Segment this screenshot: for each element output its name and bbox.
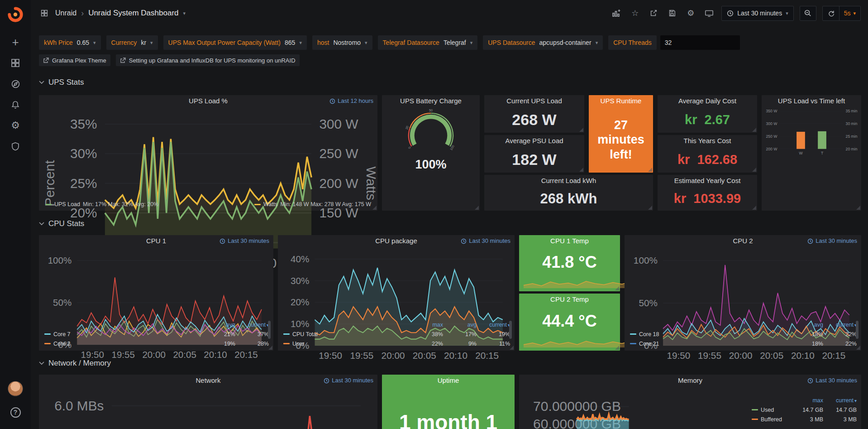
clock-icon xyxy=(461,238,467,244)
panel-time-override: Last 12 hours xyxy=(329,95,373,107)
network-chart[interactable]: 6.0 MBs4.0 MBs2.0 MBs0 MBs19:5019:5520:0… xyxy=(40,386,377,429)
panel-title: Memory xyxy=(678,376,702,384)
stat-value: 27 minutes left! xyxy=(589,107,653,173)
svg-text:300 W: 300 W xyxy=(320,116,358,131)
panel-resize-handle[interactable] xyxy=(648,168,652,172)
legend-row[interactable]: Buffered3 MB3 MB xyxy=(752,415,857,424)
legend-scrollbar[interactable] xyxy=(509,321,512,339)
legend-item[interactable]: WattsMin: 148 W Max: 278 W Avg: 175 W xyxy=(254,201,371,207)
dashboards-grid-icon[interactable] xyxy=(5,53,26,73)
legend: maxcurrent▾ Used14.7 GB14.7 GB Buffered3… xyxy=(752,395,857,424)
svg-text:250 W: 250 W xyxy=(766,134,777,139)
svg-text:200 W: 200 W xyxy=(320,176,358,191)
panel-resize-handle[interactable] xyxy=(752,168,756,172)
panel-memory: Memory Last 30 minutes 70.000000 GB60.00… xyxy=(519,375,861,429)
svg-text:19:55: 19:55 xyxy=(111,349,134,360)
legend-scrollbar[interactable] xyxy=(856,321,858,339)
panel-resize-handle[interactable] xyxy=(268,346,272,350)
svg-text:30%: 30% xyxy=(70,146,97,161)
battery-gauge[interactable]: 02050100 xyxy=(386,109,475,153)
main-area: Unraid › Unraid System Dashboard ▾ ☆ ⚙ xyxy=(31,0,868,429)
panel-title: UPS Battery Charge xyxy=(400,97,462,105)
panel-resize-handle[interactable] xyxy=(856,206,860,210)
clock-icon xyxy=(807,378,813,384)
svg-text:20:10: 20:10 xyxy=(204,349,227,360)
panel-resize-handle[interactable] xyxy=(510,346,514,350)
legend-scrollbar[interactable] xyxy=(268,321,271,339)
svg-text:70.000000 GB: 70.000000 GB xyxy=(533,399,621,414)
svg-text:100%: 100% xyxy=(48,255,72,265)
svg-text:20:00: 20:00 xyxy=(142,349,165,360)
panel-ups-load: UPS Load % Last 12 hours 35%30%25%20%15%… xyxy=(39,95,377,211)
legend-row[interactable]: Core 2118%22% xyxy=(630,339,857,348)
svg-text:19:55: 19:55 xyxy=(350,350,373,361)
svg-text:50: 50 xyxy=(429,109,433,112)
panel-cpu1: CPU 1 Last 30 minutes 100%50%0%19:5019:5… xyxy=(39,235,273,351)
stat-value: kr 162.68 xyxy=(658,147,757,173)
legend-row[interactable]: Core 1818%22% xyxy=(630,329,857,339)
svg-text:Percent: Percent xyxy=(42,160,57,207)
help-icon[interactable]: ? xyxy=(5,402,26,423)
panel-ups-load-vs-time-left: UPS Load vs Time left 350 W300 W250 W200… xyxy=(762,95,861,211)
panel-title: Average Daily Cost xyxy=(678,97,736,105)
svg-text:20: 20 xyxy=(405,125,410,130)
panel-current-load-kwh: Current Load kWh 268 kWh xyxy=(484,175,653,211)
ups-load-vs-time-chart[interactable]: 350 W300 W250 W200 W35 min30 min25 min20… xyxy=(763,108,860,157)
create-plus-icon[interactable]: + xyxy=(5,32,26,53)
panel-resize-handle[interactable] xyxy=(752,128,756,132)
legend-row[interactable]: Core 219%28% xyxy=(44,339,269,348)
legend-row[interactable]: CPU Total38%17%19% xyxy=(283,329,510,339)
panel-resize-handle[interactable] xyxy=(856,346,860,350)
panel-title: UPS Runtime xyxy=(601,97,642,105)
alerting-bell-icon[interactable] xyxy=(5,94,26,115)
panel-title: This Years Cost xyxy=(683,137,731,145)
svg-text:19:50: 19:50 xyxy=(667,350,690,361)
panel-title: Average PSU Load xyxy=(505,137,563,145)
legend-item[interactable]: UPS LoadMin: 17% Max: 32% Avg: 20% xyxy=(45,201,158,207)
clock-icon xyxy=(219,238,225,244)
svg-text:20:10: 20:10 xyxy=(444,350,467,361)
section-cpu-stats[interactable]: CPU Stats xyxy=(39,219,84,228)
panel-resize-handle[interactable] xyxy=(579,168,583,172)
panel-title: Network xyxy=(196,376,220,384)
configuration-gear-icon[interactable]: ⚙ xyxy=(5,115,26,136)
grafana-flame-icon xyxy=(7,6,24,23)
svg-text:250 W: 250 W xyxy=(320,146,358,161)
panel-title: CPU 1 xyxy=(146,237,166,245)
svg-text:35 min: 35 min xyxy=(846,109,858,113)
legend: avgcurrent▾ Core 721%37% Core 219%28% xyxy=(44,320,269,348)
legend-row[interactable]: User22%9%11% xyxy=(283,339,510,348)
svg-text:35%: 35% xyxy=(70,116,97,131)
section-ups-stats[interactable]: UPS Stats xyxy=(39,78,84,87)
svg-text:19:55: 19:55 xyxy=(698,350,721,361)
grafana-logo[interactable] xyxy=(5,4,26,25)
svg-text:350 W: 350 W xyxy=(766,109,777,113)
panel-resize-handle[interactable] xyxy=(579,128,583,132)
panel-title: Current Load kWh xyxy=(541,177,596,184)
panel-resize-handle[interactable] xyxy=(475,206,479,210)
user-avatar[interactable] xyxy=(8,381,23,396)
svg-text:30 min: 30 min xyxy=(846,121,858,126)
panel-resize-handle[interactable] xyxy=(372,206,377,210)
legend-row[interactable]: Core 721%37% xyxy=(44,329,269,339)
gauge-value: 100% xyxy=(382,158,480,172)
section-network-memory[interactable]: Network / Memory xyxy=(39,359,111,368)
svg-text:20:05: 20:05 xyxy=(413,350,436,361)
panel-resize-handle[interactable] xyxy=(648,206,652,210)
svg-text:6.0 MBs: 6.0 MBs xyxy=(54,398,104,413)
explore-compass-icon[interactable] xyxy=(5,73,26,94)
svg-text:20:00: 20:00 xyxy=(729,350,753,361)
panel-time-override: Last 30 minutes xyxy=(807,375,857,386)
svg-text:25%: 25% xyxy=(70,176,97,191)
panel-resize-handle[interactable] xyxy=(615,286,619,290)
server-admin-shield-icon[interactable] xyxy=(5,136,26,157)
legend-row[interactable]: Used14.7 GB14.7 GB xyxy=(752,405,857,415)
panel-resize-handle[interactable] xyxy=(752,206,756,210)
panel-network: Network Last 30 minutes 6.0 MBs4.0 MBs2.… xyxy=(39,375,377,429)
svg-text:20:15: 20:15 xyxy=(822,350,845,361)
clock-icon xyxy=(807,238,813,244)
legend: maxavgcurrent▾ CPU Total38%17%19% User22… xyxy=(283,320,510,348)
panel-current-ups-load: Current UPS Load 268 W xyxy=(484,95,584,133)
panel-resize-handle[interactable] xyxy=(615,346,619,350)
panel-this-years-cost: This Years Cost kr 162.68 xyxy=(658,135,757,173)
